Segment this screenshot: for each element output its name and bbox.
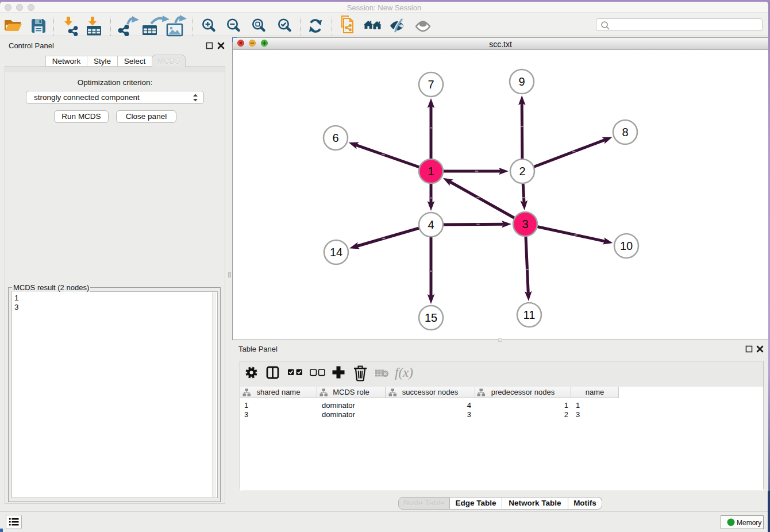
svg-text:8: 8	[622, 126, 628, 138]
svg-text:15: 15	[425, 311, 437, 324]
svg-text:f(x): f(x)	[395, 365, 413, 380]
svg-text:7: 7	[428, 78, 434, 91]
svg-text:3: 3	[522, 218, 528, 230]
svg-text:2: 2	[519, 165, 525, 178]
svg-text:14: 14	[330, 246, 342, 259]
svg-text:6: 6	[332, 132, 338, 144]
svg-text:11: 11	[523, 309, 536, 321]
svg-text:9: 9	[518, 75, 525, 88]
svg-text:1: 1	[428, 165, 434, 178]
svg-text:10: 10	[620, 240, 633, 252]
svg-text:4: 4	[428, 218, 434, 231]
